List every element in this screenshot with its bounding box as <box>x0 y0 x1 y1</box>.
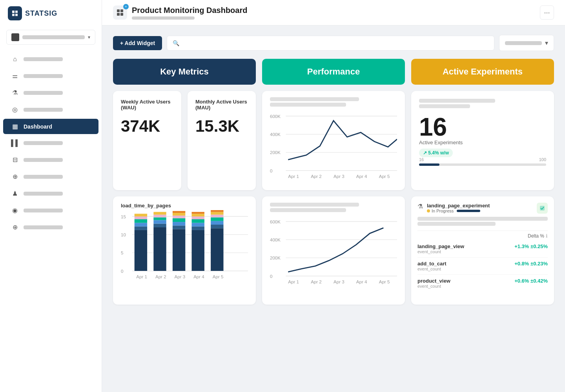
svg-rect-44 <box>192 230 204 271</box>
experiments-count: 16 <box>419 114 546 140</box>
chart-placeholder-2 <box>270 103 346 107</box>
svg-rect-1 <box>120 9 123 12</box>
sidebar-item-label <box>24 175 63 179</box>
wau-title: Weekly Active Users (WAU) <box>121 99 173 111</box>
metric-name-landing: landing_page_view <box>417 243 464 249</box>
metric-name-product: product_view <box>417 278 450 284</box>
exp-placeholder-2 <box>419 104 470 108</box>
logo-text: STATSIG <box>25 9 57 18</box>
sidebar-item-label <box>24 192 63 196</box>
svg-text:0: 0 <box>270 169 272 173</box>
sidebar-item-features[interactable]: ◎ <box>3 102 98 117</box>
svg-text:400K: 400K <box>270 132 281 137</box>
svg-text:Apr 2: Apr 2 <box>155 274 166 279</box>
svg-rect-56 <box>211 212 223 215</box>
mau-card: Monthly Active Users (MAU) 15.3K <box>188 91 256 190</box>
org-selector[interactable]: ▾ <box>6 30 95 45</box>
svg-text:Apr 3: Apr 3 <box>175 274 186 279</box>
svg-text:Apr 1: Apr 1 <box>288 174 299 179</box>
dashboard-icon: ▦ <box>11 123 19 130</box>
experiment-status: In Progress <box>427 209 490 213</box>
svg-text:0: 0 <box>270 274 272 279</box>
svg-text:0: 0 <box>121 269 123 274</box>
dashboard-header-icon: + <box>113 5 127 20</box>
svg-rect-55 <box>211 215 223 218</box>
logo: STATSIG <box>0 0 102 27</box>
svg-rect-25 <box>135 230 147 271</box>
sidebar-item-label <box>24 158 63 162</box>
header-subtitle-placeholder <box>132 16 195 20</box>
experiment-status-text: In Progress <box>432 209 454 213</box>
wau-card: Weekly Active Users (WAU) 374K <box>113 91 181 190</box>
experiments-badge: ↗ 5.4% w/w <box>419 149 453 157</box>
sidebar-item-dashboard[interactable]: ▦ Dashboard <box>3 119 98 134</box>
svg-rect-50 <box>192 212 204 214</box>
experiment-action-button[interactable] <box>537 203 548 214</box>
performance-chart-card: 600K 400K 200K 0 Apr 1 Apr 2 Apr 3 Apr 4 <box>262 91 405 190</box>
metric-value-cart: +0.8% ±0.23% <box>514 261 548 267</box>
svg-rect-54 <box>211 218 223 221</box>
svg-rect-42 <box>173 213 185 216</box>
svg-rect-28 <box>135 219 147 223</box>
sidebar-item-metrics[interactable]: ⚌ <box>3 68 98 83</box>
sidebar-item-label <box>24 209 63 212</box>
section-performance: Performance <box>262 59 405 85</box>
svg-rect-53 <box>211 221 223 225</box>
svg-text:Apr 5: Apr 5 <box>213 274 224 279</box>
svg-rect-32 <box>153 224 166 227</box>
metric-sub-cart: event_count <box>417 267 447 271</box>
active-experiments-card: 16 Active Experiments ↗ 5.4% w/w 16 100 <box>411 91 554 190</box>
metrics-cards-group: Weekly Active Users (WAU) 374K Monthly A… <box>113 91 256 190</box>
users-icon: ♟ <box>11 190 19 197</box>
status-indicator <box>427 209 430 212</box>
delta-header-label: Delta % <box>528 233 544 239</box>
sidebar-item-home[interactable]: ⌂ <box>3 52 98 67</box>
svg-rect-31 <box>153 227 166 271</box>
svg-text:200K: 200K <box>270 256 281 261</box>
svg-rect-40 <box>173 218 185 222</box>
sidebar-item-search[interactable]: ⊕ <box>3 220 98 235</box>
sidebar-item-label <box>24 108 63 112</box>
svg-text:600K: 600K <box>270 220 281 224</box>
load-time-title: load_time_by_pages <box>121 203 248 209</box>
svg-rect-38 <box>173 225 185 229</box>
header-title-group: Product Monitoring Dashboard <box>132 6 247 20</box>
add-badge-icon: + <box>123 4 129 9</box>
performance-line-chart-2: 600K 400K 200K 0 Apr 1 Apr 2 Apr 3 Apr 4… <box>270 215 397 297</box>
svg-rect-27 <box>135 223 147 227</box>
svg-rect-48 <box>192 216 204 219</box>
experiment-details-card: ⚗ landing_page_experiment In Progress <box>411 196 554 305</box>
performance-chart2-card: 600K 400K 200K 0 Apr 1 Apr 2 Apr 3 Apr 4… <box>262 196 405 305</box>
chart2-placeholder-1 <box>270 203 359 207</box>
experiment-flask-icon: ⚗ <box>417 203 423 210</box>
sidebar-item-analytics[interactable]: ▌▌ <box>3 136 98 151</box>
sidebar-item-label <box>24 225 63 229</box>
progress-min: 16 <box>419 157 424 162</box>
more-options-button[interactable]: ··· <box>540 5 554 20</box>
sidebar-item-users[interactable]: ♟ <box>3 186 98 201</box>
svg-rect-46 <box>192 223 204 227</box>
add-widget-button[interactable]: + Add Widget <box>113 36 162 50</box>
svg-rect-49 <box>192 214 204 216</box>
svg-text:Apr 4: Apr 4 <box>356 279 367 284</box>
sidebar-item-integrations[interactable]: ◉ <box>3 203 98 218</box>
svg-rect-51 <box>211 228 223 271</box>
sidebar-item-experiments[interactable]: ⚗ <box>3 85 98 100</box>
metric-row-cart: add_to_cart event_count +0.8% ±0.23% <box>417 258 548 275</box>
performance-line-chart: 600K 400K 200K 0 Apr 1 Apr 2 Apr 3 Apr 4 <box>270 110 397 182</box>
experiment-name: landing_page_experiment <box>427 203 490 209</box>
sidebar-item-segments[interactable]: ⊟ <box>3 152 98 167</box>
filter-dropdown[interactable]: ▾ <box>499 35 554 51</box>
svg-text:Apr 5: Apr 5 <box>379 174 390 179</box>
svg-text:Apr 4: Apr 4 <box>193 274 204 279</box>
svg-rect-76 <box>540 206 545 211</box>
page-title: Product Monitoring Dashboard <box>132 6 247 15</box>
sidebar-item-label <box>24 141 63 145</box>
sidebar-item-insights[interactable]: ⊕ <box>3 169 98 184</box>
search-nav-icon: ⊕ <box>11 223 19 231</box>
svg-rect-57 <box>211 210 223 212</box>
info-icon: ℹ <box>546 233 548 239</box>
search-input[interactable] <box>182 40 488 46</box>
svg-rect-0 <box>117 9 120 12</box>
experiments-label: Active Experiments <box>419 140 546 145</box>
